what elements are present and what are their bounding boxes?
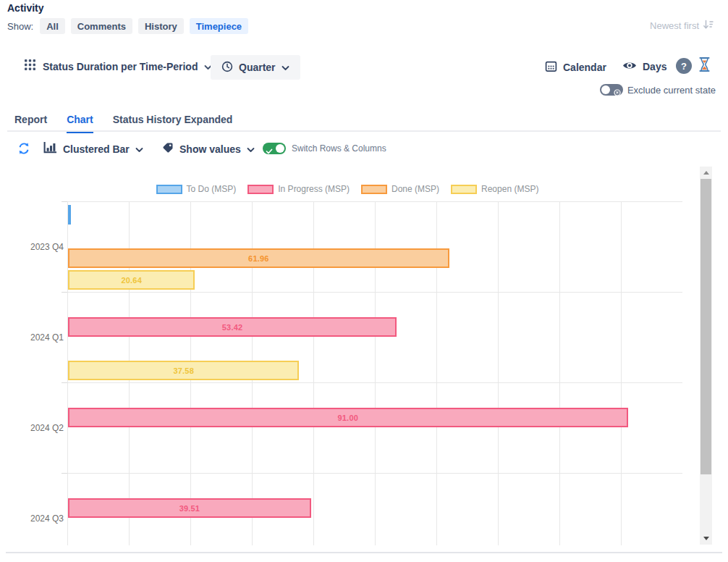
bar-reopen-msp-[interactable]: 37.58	[68, 361, 299, 380]
chevron-down-icon	[135, 143, 143, 156]
legend-label: To Do (MSP)	[187, 184, 237, 194]
axis-tick	[62, 201, 67, 202]
y-axis-label: 2024 Q1	[20, 332, 64, 343]
time-unit-button[interactable]: Days	[622, 60, 666, 73]
gridline-horizontal	[67, 292, 682, 293]
legend-item[interactable]: In Progress (MSP)	[247, 184, 350, 194]
help-icon[interactable]: ?	[676, 58, 692, 74]
bar-value-label: 53.42	[222, 323, 243, 332]
time-unit-label: Days	[643, 61, 666, 72]
bar-value-label: 20.64	[121, 276, 142, 285]
gridline-horizontal	[67, 201, 682, 202]
timepiece-toolbar: Status Duration per Time-Period Quarter	[0, 55, 728, 81]
calendar-label: Calendar	[563, 62, 606, 73]
legend-swatch	[247, 185, 274, 194]
chart-plot-area: 61.9620.6453.4237.5891.0039.51	[67, 201, 682, 545]
exclude-current-state-control: Exclude current state	[600, 84, 716, 96]
bar-chart-icon	[43, 142, 57, 156]
chart-legend: To Do (MSP)In Progress (MSP)Done (MSP)Re…	[0, 184, 695, 194]
grid-icon	[24, 59, 36, 74]
exclude-current-state-label: Exclude current state	[627, 85, 716, 96]
check-icon	[266, 145, 273, 158]
filter-comments-button[interactable]: Comments	[71, 18, 132, 34]
activity-filter-bar: Show: All Comments History Timepiece	[7, 18, 254, 34]
period-dropdown[interactable]: Quarter	[211, 55, 300, 80]
scrollbar-thumb[interactable]	[701, 179, 711, 474]
y-axis-label: 2024 Q3	[20, 513, 64, 524]
page-title: Activity	[7, 2, 44, 14]
filter-all-button[interactable]: All	[40, 18, 65, 34]
chevron-down-icon	[247, 143, 255, 156]
legend-swatch	[361, 185, 387, 194]
exclude-current-state-toggle[interactable]	[600, 84, 623, 96]
axis-tick	[62, 292, 67, 293]
toggle-knob	[601, 85, 610, 94]
legend-swatch	[156, 185, 182, 194]
bar-value-label: 61.96	[248, 254, 269, 263]
show-values-label: Show values	[179, 143, 241, 155]
legend-item[interactable]: Reopen (MSP)	[451, 184, 538, 194]
filter-history-button[interactable]: History	[138, 18, 184, 34]
switch-rows-columns-label: Switch Rows & Columns	[292, 143, 386, 154]
legend-item[interactable]: To Do (MSP)	[156, 184, 237, 194]
bar-to-do-msp-[interactable]	[68, 205, 71, 225]
filter-timepiece-button[interactable]: Timepiece	[190, 18, 248, 34]
report-type-dropdown[interactable]: Status Duration per Time-Period	[24, 59, 212, 74]
legend-item[interactable]: Done (MSP)	[361, 184, 439, 194]
bar-value-label: 39.51	[179, 504, 200, 513]
bar-reopen-msp-[interactable]: 20.64	[68, 270, 195, 290]
switch-rows-columns-toggle[interactable]	[263, 143, 286, 154]
bar-done-msp-[interactable]: 61.96	[68, 248, 449, 268]
sort-order-control[interactable]: Newest first	[650, 20, 714, 32]
show-values-dropdown[interactable]: Show values	[162, 142, 255, 156]
chart-controls: Clustered Bar Show values	[0, 140, 728, 159]
scroll-up-icon[interactable]	[700, 167, 712, 179]
calendar-button[interactable]: Calendar	[545, 60, 606, 75]
vertical-scrollbar[interactable]	[700, 167, 712, 545]
bar-value-label: 37.58	[173, 366, 194, 375]
y-axis-label: 2024 Q2	[20, 423, 64, 433]
gridline-horizontal	[67, 473, 682, 474]
axis-tick	[62, 382, 67, 383]
cross-icon	[614, 86, 621, 99]
gridline-vertical	[559, 201, 560, 545]
sort-descending-icon	[703, 20, 714, 32]
period-label: Quarter	[239, 62, 276, 73]
legend-swatch	[451, 185, 477, 194]
tag-icon	[162, 142, 174, 156]
report-type-label: Status Duration per Time-Period	[43, 61, 198, 72]
refresh-icon[interactable]	[17, 142, 30, 157]
clock-icon	[221, 61, 233, 75]
calendar-icon	[545, 60, 557, 75]
hourglass-icon[interactable]	[698, 56, 711, 75]
bar-in-progress-msp-[interactable]: 91.00	[68, 408, 628, 427]
legend-label: Reopen (MSP)	[481, 184, 538, 194]
toggle-knob	[276, 144, 284, 153]
sort-order-label: Newest first	[650, 20, 699, 31]
legend-label: In Progress (MSP)	[278, 184, 350, 194]
gridline-horizontal	[67, 382, 682, 383]
chart-type-label: Clustered Bar	[63, 143, 130, 155]
bar-in-progress-msp-[interactable]: 39.51	[68, 498, 311, 518]
chart-type-dropdown[interactable]: Clustered Bar	[43, 142, 143, 156]
scroll-down-icon[interactable]	[700, 532, 712, 545]
tabs-divider	[7, 130, 721, 132]
panel-bottom-divider	[6, 552, 722, 553]
gridline-vertical	[621, 201, 622, 545]
chevron-down-icon	[282, 62, 289, 73]
switch-rows-columns-control: Switch Rows & Columns	[263, 143, 386, 154]
axis-tick	[62, 473, 67, 474]
show-label: Show:	[7, 21, 33, 32]
eye-icon	[622, 60, 637, 73]
bar-value-label: 91.00	[337, 414, 358, 422]
y-axis-label: 2023 Q4	[20, 242, 64, 252]
legend-label: Done (MSP)	[391, 184, 439, 194]
activity-panel: Activity Show: All Comments History Time…	[0, 0, 728, 562]
bar-in-progress-msp-[interactable]: 53.42	[68, 317, 397, 337]
gridline-vertical	[498, 201, 499, 545]
